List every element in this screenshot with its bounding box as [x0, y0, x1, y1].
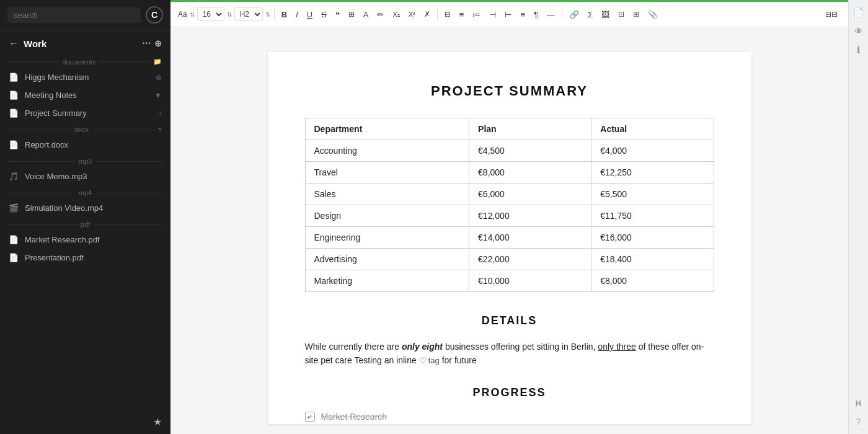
embed-button[interactable]: ⊡ [615, 8, 627, 20]
quote-button[interactable]: ❝ [332, 8, 343, 21]
indent-button[interactable]: ⊢ [502, 8, 515, 21]
table-cell: €14,000 [469, 227, 591, 249]
toolbar: Aa ⇅ 16 12 14 18 24 ⇅ H2 H1 H3 ⇅ B I U S… [170, 0, 848, 27]
progress-heading: PROGRESS [305, 386, 714, 399]
workspace-add-icon[interactable]: ⊕ [154, 38, 162, 48]
table-row: Advertising€22,000€18,400 [305, 249, 714, 270]
table-cell: €4,500 [469, 140, 591, 162]
search-input[interactable] [7, 7, 141, 23]
right-panel-eye-icon[interactable]: 👁 [854, 26, 863, 36]
progress-item[interactable]: ✓ Market Research [305, 412, 714, 422]
logo-icon: C [146, 6, 163, 24]
file-icon: 📄 [9, 140, 19, 149]
right-panel-doc-icon[interactable]: 📄 [853, 7, 864, 17]
audio-file-icon: 🎵 [9, 172, 19, 181]
section-line [9, 161, 75, 162]
table-cell: Marketing [305, 270, 469, 292]
table-cell: Advertising [305, 249, 469, 270]
table-cell: Accounting [305, 140, 469, 162]
heading-select[interactable]: H2 H1 H3 [234, 7, 263, 21]
sidebar-footer: ★ [0, 410, 170, 434]
table-row: Accounting€4,500€4,000 [305, 140, 714, 162]
image-button[interactable]: 🖼 [598, 8, 613, 21]
highlight-button[interactable]: ✏ [374, 8, 387, 21]
checkbox-checked-icon[interactable]: ✓ [305, 412, 315, 422]
file-icon: 📄 [9, 108, 19, 118]
section-mp4-label: mp4 [79, 189, 92, 197]
table-cell: €5,500 [591, 184, 714, 205]
section-line-right [92, 130, 154, 130]
col-department: Department [305, 118, 469, 140]
italic-button[interactable]: I [293, 8, 301, 21]
formula-button[interactable]: Σ [585, 8, 596, 21]
underline-button[interactable]: U [304, 8, 316, 21]
sidebar-item-report[interactable]: 📄 Report.docx [0, 136, 170, 154]
paragraph-button[interactable]: ¶ [531, 8, 541, 21]
hr-button[interactable]: — [544, 8, 558, 21]
tag-label: tag [428, 355, 440, 368]
block-button[interactable]: ⊟ [441, 8, 454, 20]
sidebar-item-meeting-notes[interactable]: 📄 Meeting Notes ▼ [0, 86, 170, 104]
unordered-list-button[interactable]: ≔ [469, 8, 484, 21]
right-panel-info-icon[interactable]: ℹ [857, 45, 860, 55]
section-documents-icon[interactable]: 📁 [153, 58, 162, 66]
sidebar-item-simulation[interactable]: 🎬 Simulation Video.mp4 [0, 199, 170, 217]
section-line-right [99, 61, 149, 62]
table-cell: Sales [305, 184, 469, 205]
sidebar-item-market-research[interactable]: 📄 Market Research.pdf [0, 231, 170, 249]
font-size-select[interactable]: 16 12 14 18 24 [197, 7, 224, 21]
section-mp3: mp3 [0, 154, 170, 167]
link-button[interactable]: 🔗 [566, 8, 582, 21]
table-row: Engineering€14,000€16,000 [305, 227, 714, 249]
sidebar-item-presentation[interactable]: 📄 Presentation.pdf [0, 249, 170, 267]
right-panel-help-icon[interactable]: ? [856, 417, 861, 427]
right-panel-heading-letter: H [856, 399, 861, 408]
main-area: Aa ⇅ 16 12 14 18 24 ⇅ H2 H1 H3 ⇅ B I U S… [170, 0, 848, 434]
code-button[interactable]: ⊞ [345, 8, 358, 20]
superscript-button[interactable]: X² [405, 9, 418, 20]
table-cell: Travel [305, 162, 469, 184]
editor[interactable]: PROJECT SUMMARY Department Plan Actual A… [170, 27, 848, 434]
toolbar-sep-2 [437, 9, 438, 20]
toolbar-sep-1 [274, 9, 275, 20]
sidebar-item-meeting-notes-label: Meeting Notes [25, 91, 148, 100]
outdent-button[interactable]: ⊣ [486, 8, 499, 21]
workspace-more-icon[interactable]: ⋯ [142, 38, 151, 48]
higgs-action-icon[interactable]: ⊕ [156, 73, 162, 82]
project-summary-action-icon[interactable]: ↑ [158, 109, 162, 118]
table-cell: €8,000 [591, 270, 714, 292]
sidebar-item-project-summary[interactable]: 📄 Project Summary ↑ [0, 104, 170, 122]
section-line [9, 130, 71, 130]
subscript-button[interactable]: X₂ [389, 9, 402, 20]
section-pdf-label: pdf [81, 221, 90, 228]
meeting-notes-action-icon[interactable]: ▼ [154, 91, 162, 100]
strikethrough-button[interactable]: S [318, 8, 330, 21]
budget-table: Department Plan Actual Accounting€4,500€… [305, 118, 714, 292]
section-docx: docx ≡ [0, 122, 170, 136]
details-heading: DETAILS [305, 314, 714, 327]
sidebar-item-voice-memo[interactable]: 🎵 Voice Memo.mp3 [0, 167, 170, 185]
attach-button[interactable]: 📎 [645, 8, 661, 21]
sidebar-item-voice-memo-label: Voice Memo.mp3 [25, 172, 162, 181]
table-button[interactable]: ⊞ [630, 8, 642, 20]
section-pdf: pdf [0, 217, 170, 231]
bold-button[interactable]: B [278, 8, 290, 21]
table-row: Marketing€10,000€8,000 [305, 270, 714, 292]
star-icon[interactable]: ★ [153, 416, 162, 428]
align-button[interactable]: ≡ [517, 8, 528, 21]
font-size-arrow: ⇅ [227, 11, 232, 18]
back-icon[interactable]: ← [9, 38, 19, 49]
table-cell: €12,250 [591, 162, 714, 184]
clear-format-button[interactable]: ✗ [421, 8, 433, 20]
table-cell: €18,400 [591, 249, 714, 270]
ordered-list-button[interactable]: ≡ [456, 8, 467, 21]
section-docx-icon[interactable]: ≡ [158, 126, 162, 133]
expand-button[interactable]: ⊟⊟ [822, 8, 841, 20]
sidebar-item-higgs[interactable]: 📄 Higgs Mechanism ⊕ [0, 68, 170, 86]
font-family-arrow: ⇅ [190, 11, 195, 18]
heading-arrow: ⇅ [265, 11, 270, 18]
text-color-button[interactable]: A [360, 8, 372, 21]
section-docx-label: docx [74, 126, 89, 133]
file-icon: 📄 [9, 91, 19, 100]
table-cell: Design [305, 205, 469, 227]
